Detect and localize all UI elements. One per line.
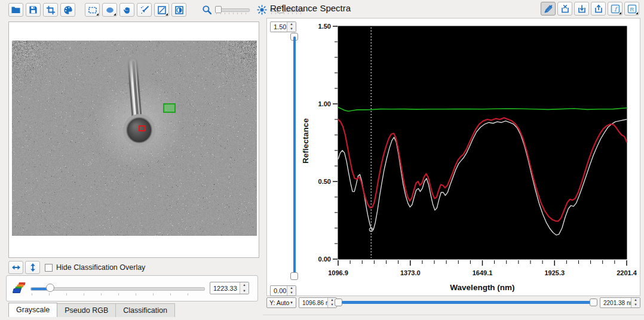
clear-plot-button[interactable] — [557, 2, 572, 16]
x-range-slider-right-handle[interactable] — [590, 299, 597, 306]
pen-disabled-icon — [544, 4, 553, 14]
image-panel: Hide Classification Overlay 1223.33 ▲▼ G… — [0, 0, 263, 320]
band-selector-panel: 1223.33 ▲▼ — [6, 275, 258, 301]
ellipse-select-button[interactable] — [102, 3, 117, 17]
reflectance-mode-button[interactable]: R — [624, 2, 639, 16]
dropdown-corner — [114, 13, 116, 16]
dropdown-corner — [619, 12, 621, 14]
fit-height-icon — [28, 263, 38, 272]
spectra-toolbar: f R — [541, 2, 639, 16]
svg-text:1649.1: 1649.1 — [473, 269, 493, 276]
crop-button[interactable] — [43, 3, 58, 17]
dropdown-corner — [165, 13, 168, 16]
pen-disabled-button[interactable] — [541, 2, 556, 16]
y-min-spinbox[interactable]: 0.00 ▲▼ — [270, 285, 296, 296]
svg-text:Wavelength (nm): Wavelength (nm) — [450, 283, 514, 292]
y-max-stepper[interactable]: ▲▼ — [287, 22, 296, 32]
fit-width-icon — [11, 263, 21, 272]
y-max-spinbox[interactable]: 1.50 ▲▼ — [270, 21, 296, 32]
svg-text:1925.3: 1925.3 — [544, 269, 565, 276]
spectra-chart-widget: 1.50 ▲▼ 0.00 ▲▼ Reflectance 0.000.501.00… — [266, 18, 640, 296]
roi-green[interactable] — [163, 103, 176, 113]
x-max-stepper[interactable]: ▲▼ — [631, 298, 640, 307]
band-slider-track[interactable] — [30, 287, 205, 291]
x-range-slider-track[interactable] — [342, 301, 593, 304]
x-min-spinbox[interactable]: 1096.86 nm ▲▼ — [299, 297, 337, 308]
grayscale-scene-image[interactable] — [12, 41, 257, 236]
svg-text:0.00: 0.00 — [318, 256, 331, 263]
band-wavelength-value[interactable]: 1223.33 — [210, 282, 240, 294]
y-min-value[interactable]: 0.00 — [271, 286, 287, 296]
band-slider-handle[interactable] — [46, 284, 54, 292]
y-axis-title: Reflectance — [301, 118, 310, 164]
y-mode-dropdown[interactable]: Y: Auto ▼ — [266, 297, 296, 308]
line-profile-button[interactable] — [154, 3, 169, 17]
panel-divider — [263, 315, 644, 315]
dropdown-corner — [636, 12, 638, 14]
y-range-slider-track[interactable] — [293, 36, 296, 276]
step-up-icon[interactable]: ▲ — [240, 282, 249, 288]
palette-button[interactable] — [60, 3, 75, 17]
zoom-slider[interactable] — [215, 5, 250, 16]
roi-red[interactable] — [139, 125, 146, 131]
fit-width-button[interactable] — [8, 261, 23, 274]
svg-text:R: R — [630, 5, 634, 12]
step-down-icon[interactable]: ▼ — [240, 288, 249, 294]
view-tabs: Grayscale Pseudo RGB Classification — [8, 303, 174, 317]
svg-text:1096.9: 1096.9 — [328, 269, 348, 276]
svg-text:1373.0: 1373.0 — [400, 269, 421, 276]
import-icon — [577, 4, 587, 14]
image-viewer[interactable] — [8, 21, 259, 258]
x-min-value[interactable]: 1096.86 nm — [299, 298, 327, 307]
clear-plot-icon — [560, 4, 570, 14]
y-mode-value: Y: Auto — [269, 299, 289, 306]
color-palette-icon — [63, 5, 73, 15]
step-up-icon[interactable]: ▲ — [631, 298, 640, 303]
export-icon — [594, 4, 603, 14]
band-stepper[interactable]: ▲▼ — [240, 282, 249, 294]
dropdown-corner — [96, 13, 99, 16]
open-folder-icon — [11, 5, 21, 14]
crop-icon — [46, 5, 56, 15]
import-spectra-button[interactable] — [574, 2, 589, 16]
open-file-button[interactable] — [8, 3, 23, 17]
fit-height-button[interactable] — [25, 261, 40, 274]
svg-text:0.50: 0.50 — [318, 178, 331, 185]
step-down-icon[interactable]: ▼ — [287, 291, 296, 296]
step-up-icon[interactable]: ▲ — [287, 22, 296, 27]
image-toolbar — [8, 3, 305, 17]
spectra-plot[interactable]: 0.000.501.001.501096.91373.01649.11925.3… — [317, 22, 640, 294]
clean-brush-icon — [140, 5, 149, 15]
tab-grayscale[interactable]: Grayscale — [8, 303, 57, 317]
x-range-controls: Y: Auto ▼ 1096.86 nm ▲▼ 2201.38 nm ▲▼ — [266, 297, 640, 308]
export-spectra-button[interactable] — [591, 2, 606, 16]
tab-classification[interactable]: Classification — [115, 303, 175, 317]
spectra-panel: Reflectance Spectra f R 1.50 ▲▼ — [263, 0, 644, 320]
pan-button[interactable] — [119, 3, 134, 17]
step-down-icon[interactable]: ▼ — [287, 27, 296, 32]
hide-overlay-checkbox[interactable] — [45, 264, 53, 272]
y-max-value[interactable]: 1.50 — [271, 22, 287, 32]
spectra-panel-title: Reflectance Spectra — [270, 3, 351, 13]
rect-select-button[interactable] — [85, 3, 100, 17]
chevron-down-icon: ▼ — [290, 301, 293, 304]
band-layers-icon — [12, 282, 26, 295]
zoom-magnifier-icon — [202, 5, 212, 15]
pan-hand-icon — [122, 5, 132, 15]
x-max-spinbox[interactable]: 2201.38 nm ▲▼ — [600, 297, 640, 308]
tab-pseudo-rgb[interactable]: Pseudo RGB — [57, 303, 116, 317]
step-down-icon[interactable]: ▼ — [631, 303, 640, 307]
svg-text:2201.4: 2201.4 — [617, 269, 637, 276]
x-max-value[interactable]: 2201.38 nm — [600, 298, 631, 307]
function-button[interactable]: f — [608, 2, 622, 16]
contrast-icon — [174, 5, 184, 15]
contrast-button[interactable] — [171, 3, 186, 17]
step-up-icon[interactable]: ▲ — [287, 286, 296, 291]
save-button[interactable] — [26, 3, 41, 17]
svg-text:f: f — [614, 5, 618, 12]
y-range-slider-bottom-handle[interactable] — [290, 272, 298, 280]
svg-text:1.50: 1.50 — [318, 23, 331, 30]
y-min-stepper[interactable]: ▲▼ — [287, 286, 296, 296]
clean-button[interactable] — [137, 3, 152, 17]
band-wavelength-spinbox[interactable]: 1223.33 ▲▼ — [210, 282, 249, 294]
